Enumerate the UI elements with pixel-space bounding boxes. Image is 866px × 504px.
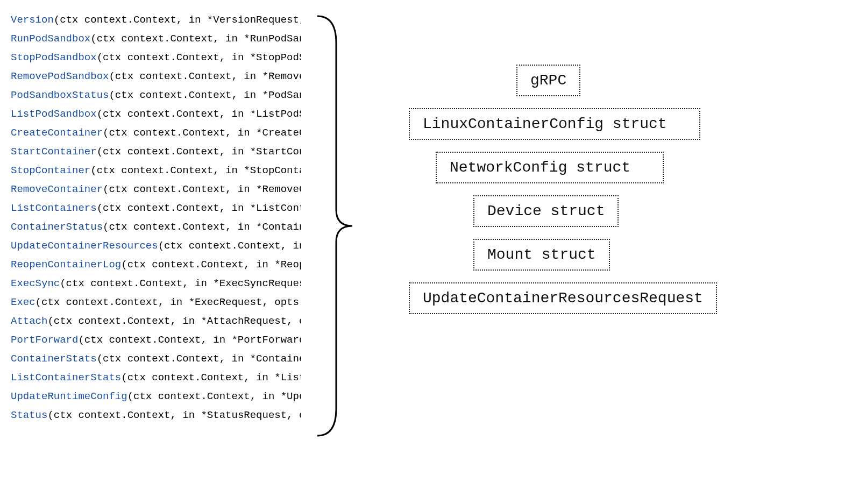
- function-name: RunPodSandbox: [11, 33, 90, 45]
- function-name: RemoveContainer: [11, 183, 103, 195]
- api-method-list: Version(ctx context.Context, in *Version…: [11, 11, 301, 425]
- function-signature-rest: (ctx context.Context, in *RunPodSandboxR…: [90, 33, 301, 45]
- code-line: Attach(ctx context.Context, in *AttachRe…: [11, 312, 301, 331]
- function-name: CreateContainer: [11, 127, 103, 139]
- function-name: ListContainers: [11, 202, 97, 214]
- function-name: ContainerStatus: [11, 221, 103, 233]
- function-name: ListContainerStats: [11, 372, 121, 384]
- function-signature-rest: (ctx context.Context, in *ExecSyncReques…: [60, 278, 301, 289]
- code-line: CreateContainer(ctx context.Context, in …: [11, 124, 301, 143]
- function-name: StopPodSandbox: [11, 52, 97, 63]
- function-name: ListPodSandbox: [11, 108, 97, 120]
- code-line: RunPodSandbox(ctx context.Context, in *R…: [11, 30, 301, 48]
- function-name: Attach: [11, 315, 47, 327]
- function-signature-rest: (ctx context.Context, in *StartContainer…: [97, 146, 301, 158]
- function-signature-rest: (ctx context.Context, in *VersionRequest…: [54, 14, 301, 26]
- code-line: ReopenContainerLog(ctx context.Context, …: [11, 255, 301, 274]
- function-signature-rest: (ctx context.Context, in *StopContainerR…: [90, 165, 301, 176]
- network-config-box: NetworkConfig struct: [436, 152, 664, 183]
- code-line: ExecSync(ctx context.Context, in *ExecSy…: [11, 274, 301, 293]
- code-line: UpdateContainerResources(ctx context.Con…: [11, 237, 301, 255]
- code-line: RemovePodSandbox(ctx context.Context, in…: [11, 67, 301, 86]
- function-signature-rest: (ctx context.Context, in *ListContainerS…: [121, 372, 301, 384]
- code-line: StopContainer(ctx context.Context, in *S…: [11, 161, 301, 180]
- code-line: ListPodSandbox(ctx context.Context, in *…: [11, 105, 301, 124]
- code-line: StartContainer(ctx context.Context, in *…: [11, 143, 301, 161]
- code-line: UpdateRuntimeConfig(ctx context.Context,…: [11, 387, 301, 406]
- curly-brace-icon: [307, 11, 355, 441]
- linux-container-config-box: LinuxContainerConfig struct: [409, 108, 700, 140]
- code-line: Exec(ctx context.Context, in *ExecReques…: [11, 293, 301, 312]
- function-name: StopContainer: [11, 165, 90, 176]
- function-signature-rest: (ctx context.Context, in *PortForwardReq…: [78, 334, 301, 346]
- update-container-resources-box: UpdateContainerResourcesRequest: [409, 282, 717, 314]
- code-line: PortForward(ctx context.Context, in *Por…: [11, 331, 301, 350]
- function-name: ReopenContainerLog: [11, 259, 121, 271]
- function-name: Version: [11, 14, 54, 26]
- function-signature-rest: (ctx context.Context, in *ReopenContaine…: [121, 259, 301, 271]
- function-signature-rest: (ctx context.Context, in *Upda...: [158, 240, 301, 252]
- function-name: PodSandboxStatus: [11, 89, 109, 101]
- function-name: PortForward: [11, 334, 78, 346]
- function-signature-rest: (ctx context.Context, in *RemoveContaine…: [103, 183, 301, 195]
- code-line: ContainerStats(ctx context.Context, in *…: [11, 350, 301, 368]
- function-signature-rest: (ctx context.Context, in *CreateContaine…: [103, 127, 301, 139]
- function-name: StartContainer: [11, 146, 97, 158]
- struct-diagram-area: gRPC LinuxContainerConfig struct Network…: [409, 65, 839, 326]
- mount-struct-box: Mount struct: [473, 239, 610, 271]
- function-name: Exec: [11, 296, 36, 308]
- function-signature-rest: (ctx context.Context, in *ExecRequest, o…: [36, 296, 301, 308]
- grpc-box: gRPC: [516, 65, 580, 96]
- function-signature-rest: (ctx context.Context, in *ListContainers…: [97, 202, 301, 214]
- code-line: RemoveContainer(ctx context.Context, in …: [11, 180, 301, 199]
- function-name: UpdateContainerResources: [11, 240, 158, 252]
- function-name: RemovePodSandbox: [11, 70, 109, 82]
- function-signature-rest: (ctx context.Context, in *ListPodSandbox…: [97, 108, 301, 120]
- function-signature-rest: (ctx context.Context, in *StatusRequest,…: [47, 409, 301, 421]
- function-name: ExecSync: [11, 278, 60, 289]
- code-line: Status(ctx context.Context, in *StatusRe…: [11, 406, 301, 425]
- code-line: ListContainerStats(ctx context.Context, …: [11, 368, 301, 387]
- function-signature-rest: (ctx context.Context, in *UpdateRuntimeC…: [127, 391, 301, 402]
- function-signature-rest: (ctx context.Context, in *ContainerStats…: [97, 353, 301, 365]
- code-line: ListContainers(ctx context.Context, in *…: [11, 199, 301, 218]
- function-signature-rest: (ctx context.Context, in *ContainerStatu…: [103, 221, 301, 233]
- function-name: UpdateRuntimeConfig: [11, 391, 127, 402]
- device-struct-box: Device struct: [473, 195, 619, 227]
- function-name: ContainerStats: [11, 353, 97, 365]
- code-line: PodSandboxStatus(ctx context.Context, in…: [11, 86, 301, 105]
- function-signature-rest: (ctx context.Context, in *AttachRequest,…: [47, 315, 301, 327]
- function-signature-rest: (ctx context.Context, in *StopPodSandbox…: [97, 52, 301, 63]
- code-line: StopPodSandbox(ctx context.Context, in *…: [11, 48, 301, 67]
- function-name: Status: [11, 409, 47, 421]
- code-line: Version(ctx context.Context, in *Version…: [11, 11, 301, 30]
- code-line: ContainerStatus(ctx context.Context, in …: [11, 218, 301, 237]
- function-signature-rest: (ctx context.Context, in *RemovePodSandb…: [109, 70, 301, 82]
- function-signature-rest: (ctx context.Context, in *PodSandboxStat…: [109, 89, 301, 101]
